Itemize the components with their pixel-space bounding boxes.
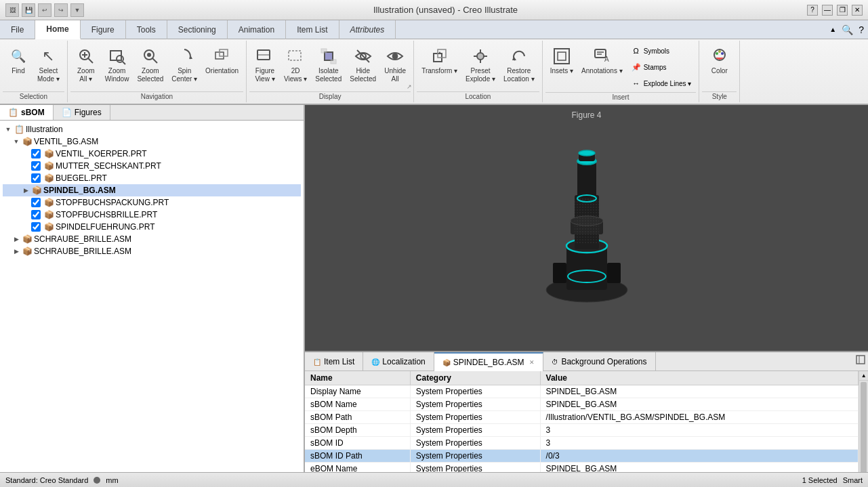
tab-background[interactable]: ⏱ Background Operations bbox=[543, 352, 655, 371]
scroll-up-button[interactable]: ▲ bbox=[859, 371, 868, 381]
tree-item-buegel[interactable]: 📦 BUEGEL.PRT bbox=[3, 172, 301, 184]
close-tab-icon[interactable]: ✕ bbox=[529, 359, 535, 366]
preset-explode-button[interactable]: Preset Explode ▾ bbox=[462, 43, 499, 85]
svg-rect-44 bbox=[553, 263, 566, 283]
tree-item-stopfbuchsbrille[interactable]: 📦 STOPFBUCHSBRILLE.PRT bbox=[3, 209, 301, 221]
checkbox-spindelfuehrung[interactable] bbox=[31, 222, 41, 232]
tab-animation[interactable]: Animation bbox=[228, 20, 286, 39]
tab-localization[interactable]: 🌐 Localization bbox=[363, 352, 434, 371]
tree-item-spindelfuehrung[interactable]: 📦 SPINDELFUEHRUNG.PRT bbox=[3, 221, 301, 233]
tab-sbom[interactable]: 📋 sBOM bbox=[0, 105, 54, 120]
tab-sectioning[interactable]: Sectioning bbox=[167, 20, 228, 39]
tab-file[interactable]: File bbox=[0, 20, 35, 39]
tree-item-schraube-2[interactable]: ▶ 📦 SCHRAUBE_BRILLE.ASM bbox=[3, 245, 301, 257]
background-icon: ⏱ bbox=[552, 358, 558, 366]
stamps-button[interactable]: 📌 Stamps bbox=[627, 60, 695, 75]
undo-icon[interactable]: ↩ bbox=[38, 3, 51, 17]
tree-item-mutter[interactable]: 📦 MUTTER_SECHSKANT.PRT bbox=[3, 160, 301, 172]
isolate-selected-button[interactable]: Isolate Selected bbox=[312, 43, 345, 85]
table-scrollbar[interactable]: ▲ ▼ bbox=[859, 371, 868, 487]
close-button[interactable]: ✕ bbox=[852, 5, 863, 16]
display-group-label: Display bbox=[249, 91, 411, 101]
orientation-button[interactable]: Orientation bbox=[202, 43, 242, 77]
redo-icon[interactable]: ↪ bbox=[54, 3, 68, 17]
symbols-button[interactable]: Ω Symbols bbox=[627, 43, 695, 58]
tree-item-schraube-1[interactable]: ▶ 📦 SCHRAUBE_BRILLE.ASM bbox=[3, 233, 301, 245]
checkbox-ventil-koerper[interactable] bbox=[31, 149, 41, 158]
unhide-all-button[interactable]: Unhide All bbox=[381, 43, 409, 85]
titlebar-left: 🖼 💾 ↩ ↪ ▼ bbox=[5, 3, 84, 17]
maximize-panel-button[interactable] bbox=[853, 352, 868, 370]
insets-button[interactable]: Insets ▾ bbox=[547, 43, 577, 77]
table-row-selected[interactable]: sBOM ID Path System Properties /0/3 bbox=[305, 450, 859, 463]
svg-line-1 bbox=[88, 58, 93, 63]
tree-arrow: ▼ bbox=[12, 138, 20, 145]
tab-item-list[interactable]: 📋 Item List bbox=[305, 352, 363, 371]
transform-button[interactable]: Transform ▾ bbox=[418, 43, 461, 77]
help-icon[interactable]: ? bbox=[807, 5, 818, 16]
tree-item-stopfbuchspackung[interactable]: 📦 STOPFBUCHSPACKUNG.PRT bbox=[3, 196, 301, 209]
figures-label: Figures bbox=[75, 108, 102, 117]
checkbox-mutter[interactable] bbox=[31, 161, 41, 171]
find-button[interactable]: 🔍 Find bbox=[4, 43, 33, 77]
checkbox-stopfbuchsbrille[interactable] bbox=[31, 210, 41, 219]
figure-view-button[interactable]: Figure View ▾ bbox=[251, 43, 279, 85]
isolate-selected-label: Isolate Selected bbox=[315, 67, 342, 83]
dropdown-icon[interactable]: ▼ bbox=[70, 3, 84, 17]
prop-name: Display Name bbox=[305, 385, 410, 398]
ribbon-expand-icon[interactable]: ▲ bbox=[828, 24, 838, 35]
ribbon-group-display: Figure View ▾ 2D Views ▾ Isolate Selecte… bbox=[247, 41, 414, 102]
tab-spindel-asm[interactable]: 📦 SPINDEL_BG.ASM ✕ bbox=[434, 352, 544, 371]
display-expand[interactable]: ↗ bbox=[407, 83, 412, 90]
tab-attributes[interactable]: Attributes bbox=[339, 20, 396, 39]
svg-point-5 bbox=[117, 56, 123, 62]
tab-figures[interactable]: 📄 Figures bbox=[54, 105, 110, 120]
restore-location-button[interactable]: Restore Location ▾ bbox=[500, 43, 538, 85]
hide-selected-button[interactable]: Hide Selected bbox=[346, 43, 379, 85]
save-icon[interactable]: 💾 bbox=[22, 3, 35, 17]
select-mode-label: Select Mode ▾ bbox=[37, 67, 60, 83]
select-mode-button[interactable]: ↖ Select Mode ▾ bbox=[34, 43, 63, 85]
tree-item-ventil-bg[interactable]: ▼ 📦 VENTIL_BG.ASM bbox=[3, 135, 301, 148]
search-ribbon-icon[interactable]: 🔍 bbox=[840, 23, 854, 37]
2d-views-button[interactable]: 2D Views ▾ bbox=[281, 43, 310, 85]
zoom-window-button[interactable]: Zoom Window bbox=[102, 43, 133, 85]
annotations-button[interactable]: A Annotations ▾ bbox=[578, 43, 626, 77]
prop-name: sBOM Path bbox=[305, 411, 410, 424]
hide-selected-label: Hide Selected bbox=[350, 67, 376, 83]
checkbox-stopfbuchspackung[interactable] bbox=[31, 198, 41, 207]
svg-rect-18 bbox=[331, 60, 336, 64]
zoom-all-button[interactable]: Zoom All ▾ bbox=[72, 43, 100, 85]
checkbox-buegel[interactable] bbox=[31, 173, 41, 183]
unhide-all-icon bbox=[384, 45, 406, 67]
tree-icon-spindel: 📦 bbox=[31, 185, 42, 196]
tree-item-illustration[interactable]: ▼ 📋 Illustration bbox=[3, 123, 301, 135]
scroll-thumb[interactable] bbox=[861, 382, 867, 477]
svg-rect-45 bbox=[607, 263, 621, 283]
prop-category: System Properties bbox=[410, 411, 540, 424]
spin-center-button[interactable]: Spin Center ▾ bbox=[168, 43, 201, 85]
tree-arrow: ▼ bbox=[4, 126, 12, 133]
prop-category: System Properties bbox=[410, 385, 540, 398]
tab-tools[interactable]: Tools bbox=[126, 20, 167, 39]
explode-lines-button[interactable]: ↔ Explode Lines ▾ bbox=[627, 76, 695, 91]
status-dot bbox=[94, 477, 100, 484]
zoom-selected-button[interactable]: Zoom Selected bbox=[133, 43, 167, 85]
tab-home[interactable]: Home bbox=[35, 20, 80, 39]
tab-item-list[interactable]: Item List bbox=[286, 20, 339, 39]
bottom-panel: 📋 Item List 🌐 Localization 📦 SPINDEL_BG.… bbox=[305, 351, 868, 487]
item-list-icon: 📋 bbox=[313, 358, 321, 366]
tree-item-ventil-koerper[interactable]: 📦 VENTIL_KOERPER.PRT bbox=[3, 148, 301, 160]
maximize-icon bbox=[856, 355, 865, 364]
zoom-all-icon bbox=[75, 45, 97, 67]
restore-button[interactable]: ❐ bbox=[837, 5, 848, 16]
prop-category: System Properties bbox=[410, 437, 540, 450]
tab-figure[interactable]: Figure bbox=[81, 20, 126, 39]
sbom-icon: 📋 bbox=[8, 108, 18, 117]
svg-rect-59 bbox=[856, 356, 865, 364]
help-ribbon-icon[interactable]: ? bbox=[857, 23, 865, 37]
color-button[interactable]: Color bbox=[705, 43, 734, 77]
minimize-button[interactable]: — bbox=[822, 5, 833, 16]
tree-item-spindel-bg[interactable]: ▶ 📦 SPINDEL_BG.ASM bbox=[3, 184, 301, 196]
stamps-label: Stamps bbox=[644, 64, 667, 71]
